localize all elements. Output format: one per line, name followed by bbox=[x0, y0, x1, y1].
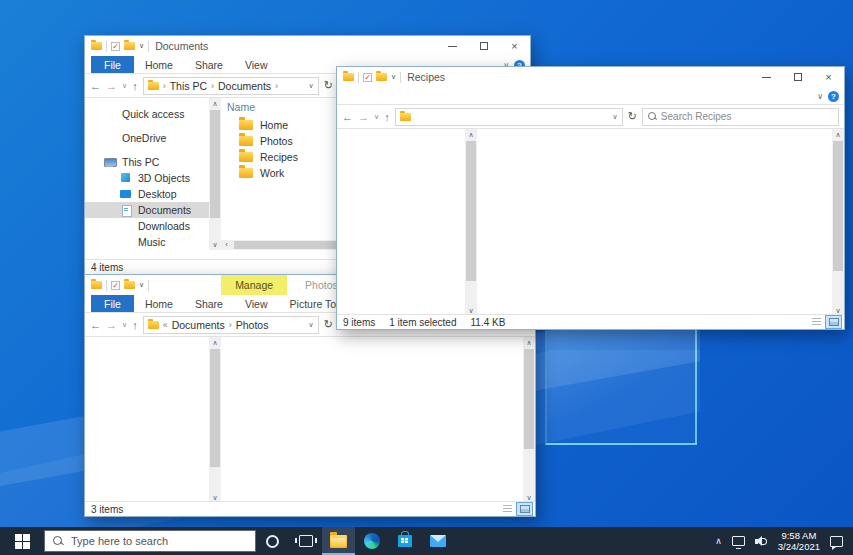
mail-button[interactable] bbox=[421, 527, 454, 555]
help-icon[interactable]: ? bbox=[828, 91, 839, 102]
qat-dropdown-icon[interactable]: ∨ bbox=[391, 73, 396, 81]
start-button[interactable] bbox=[0, 527, 44, 555]
sidebar-item-desktop[interactable]: Desktop bbox=[85, 186, 209, 202]
separator bbox=[106, 41, 107, 52]
refresh-icon[interactable]: ↻ bbox=[324, 79, 333, 92]
sidebar-scrollbar[interactable]: ∧ ∨ bbox=[209, 337, 221, 503]
clock[interactable]: 9:58 AM 3/24/2021 bbox=[778, 530, 820, 552]
scroll-up-icon[interactable]: ∧ bbox=[465, 129, 477, 140]
address-box[interactable]: ∨ bbox=[395, 108, 623, 126]
task-view-button[interactable] bbox=[289, 527, 322, 555]
search-box[interactable] bbox=[642, 108, 839, 126]
sidebar-scrollbar[interactable]: ∧ ∨ bbox=[465, 129, 477, 316]
refresh-icon[interactable]: ↻ bbox=[628, 110, 637, 123]
properties-icon[interactable]: ✓ bbox=[111, 281, 120, 290]
content-scrollbar[interactable]: ∧ ∨ bbox=[523, 337, 535, 503]
maximize-button[interactable] bbox=[782, 67, 813, 87]
details-view-button[interactable] bbox=[809, 316, 824, 328]
close-button[interactable]: × bbox=[813, 67, 844, 87]
qat-dropdown-icon[interactable]: ∨ bbox=[139, 281, 144, 289]
volume-icon[interactable] bbox=[755, 536, 768, 547]
tab-home[interactable]: Home bbox=[134, 56, 184, 73]
tray-expand-icon[interactable]: ∧ bbox=[715, 536, 722, 546]
thumbnails-view-button[interactable] bbox=[517, 503, 532, 515]
properties-icon[interactable]: ✓ bbox=[111, 42, 120, 51]
window-title: Documents bbox=[155, 40, 208, 52]
forward-icon[interactable]: → bbox=[358, 111, 369, 123]
back-icon[interactable]: ← bbox=[90, 319, 101, 331]
breadcrumb-item-this-pc[interactable]: This PC bbox=[170, 80, 207, 92]
sidebar-item-downloads[interactable]: Downloads bbox=[85, 218, 209, 234]
quick-access-toolbar: ✓ ∨ bbox=[91, 41, 149, 52]
sidebar-item-music[interactable]: Music bbox=[85, 234, 209, 250]
tab-share[interactable]: Share bbox=[184, 56, 234, 73]
tab-file[interactable]: File bbox=[91, 56, 134, 73]
titlebar[interactable]: ✓ ∨ Recipes × bbox=[337, 67, 844, 87]
store-button[interactable] bbox=[388, 527, 421, 555]
maximize-button[interactable] bbox=[468, 36, 499, 56]
address-dropdown-icon[interactable]: ∨ bbox=[613, 113, 618, 121]
qat-dropdown-icon[interactable]: ∨ bbox=[139, 42, 144, 50]
taskbar-search-input[interactable] bbox=[71, 535, 221, 547]
details-view-button[interactable] bbox=[500, 503, 515, 515]
sidebar-scrollbar[interactable]: ∧ ∨ bbox=[209, 98, 221, 250]
tab-share[interactable]: Share bbox=[184, 295, 234, 312]
up-icon[interactable]: ↑ bbox=[384, 111, 390, 123]
scroll-up-icon[interactable]: ∧ bbox=[523, 337, 535, 348]
file-explorer-button[interactable] bbox=[322, 527, 355, 555]
new-folder-icon[interactable] bbox=[376, 73, 387, 81]
recent-locations-icon[interactable]: ∨ bbox=[122, 82, 127, 90]
thumbnails-view-button[interactable] bbox=[826, 316, 841, 328]
ribbon-expand-icon[interactable]: ∨ bbox=[817, 92, 823, 101]
scroll-left-icon[interactable]: ‹ bbox=[221, 240, 232, 250]
location-icon bbox=[148, 321, 159, 329]
forward-icon[interactable]: → bbox=[106, 80, 117, 92]
up-icon[interactable]: ↑ bbox=[132, 80, 138, 92]
tab-home[interactable]: Home bbox=[134, 295, 184, 312]
titlebar[interactable]: ✓ ∨ Documents × bbox=[85, 36, 530, 56]
refresh-icon[interactable]: ↻ bbox=[324, 318, 333, 331]
sidebar-item-3d-objects[interactable]: 3D Objects bbox=[85, 170, 209, 186]
tab-view[interactable]: View bbox=[234, 56, 279, 73]
edge-button[interactable] bbox=[355, 527, 388, 555]
scroll-up-icon[interactable]: ∧ bbox=[832, 129, 844, 140]
search-input[interactable] bbox=[661, 111, 833, 122]
minimize-button[interactable] bbox=[751, 67, 782, 87]
address-dropdown-icon[interactable]: ∨ bbox=[309, 82, 314, 90]
address-box[interactable]: ›This PC›Documents› ∨ bbox=[143, 77, 319, 95]
breadcrumb-item-photos[interactable]: Photos bbox=[236, 319, 269, 331]
content-scrollbar[interactable]: ∧ ∨ bbox=[832, 129, 844, 316]
clock-date: 3/24/2021 bbox=[778, 541, 820, 552]
address-box[interactable]: «Documents›Photos ∨ bbox=[143, 316, 319, 334]
recent-locations-icon[interactable]: ∨ bbox=[122, 321, 127, 329]
sidebar-item-onedrive[interactable]: OneDrive bbox=[85, 130, 209, 146]
recent-locations-icon[interactable]: ∨ bbox=[374, 113, 379, 121]
close-button[interactable]: × bbox=[499, 36, 530, 56]
tab-file[interactable]: File bbox=[91, 295, 134, 312]
window-recipes[interactable]: ✓ ∨ Recipes × ∨ ? ← → ∨ ↑ bbox=[336, 66, 845, 330]
action-center-icon[interactable] bbox=[830, 536, 843, 547]
properties-icon[interactable]: ✓ bbox=[363, 73, 372, 82]
tab-view[interactable]: View bbox=[234, 295, 279, 312]
manage-contextual-chip[interactable]: Manage bbox=[221, 275, 287, 295]
taskbar-search[interactable] bbox=[44, 530, 256, 552]
breadcrumb-item-documents[interactable]: Documents bbox=[172, 319, 225, 331]
back-icon[interactable]: ← bbox=[90, 80, 101, 92]
minimize-button[interactable] bbox=[437, 36, 468, 56]
scroll-up-icon[interactable]: ∧ bbox=[209, 98, 221, 109]
forward-icon[interactable]: → bbox=[106, 319, 117, 331]
scroll-down-icon[interactable]: ∨ bbox=[209, 239, 221, 250]
cortana-button[interactable] bbox=[256, 527, 289, 555]
sidebar-item-label: Desktop bbox=[138, 188, 177, 200]
new-folder-icon[interactable] bbox=[124, 281, 135, 289]
back-icon[interactable]: ← bbox=[342, 111, 353, 123]
sidebar-item-documents[interactable]: Documents bbox=[85, 202, 209, 218]
breadcrumb-item-documents[interactable]: Documents bbox=[218, 80, 271, 92]
scroll-up-icon[interactable]: ∧ bbox=[209, 337, 221, 348]
new-folder-icon[interactable] bbox=[124, 42, 135, 50]
sidebar-item-this-pc[interactable]: This PC bbox=[85, 154, 209, 170]
sidebar-item-quick-access[interactable]: Quick access bbox=[85, 106, 209, 122]
up-icon[interactable]: ↑ bbox=[132, 319, 138, 331]
network-icon[interactable] bbox=[732, 536, 745, 546]
address-dropdown-icon[interactable]: ∨ bbox=[309, 321, 314, 329]
